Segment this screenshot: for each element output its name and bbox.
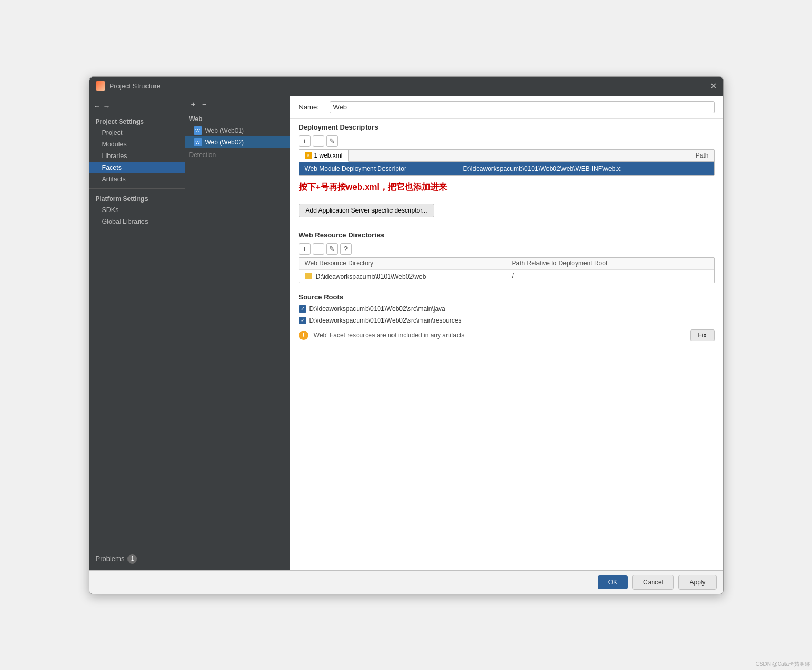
resource-dir-header: Web Resource Directory — [299, 258, 507, 269]
warning-text: 'Web' Facet resources are not included i… — [313, 332, 465, 339]
source-roots-header: Source Roots — [290, 289, 723, 303]
title-bar-left: Project Structure — [96, 81, 161, 91]
resource-data-row[interactable]: D:\ideaworkspacumb\0101\Web02\web / — [299, 270, 714, 283]
tree-label: Web — [185, 113, 290, 125]
main-content: Name: Deployment Descriptors + − ✎ X 1 w… — [290, 96, 723, 570]
sidebar: ← → Project Settings Project Modules Lib… — [89, 96, 185, 570]
forward-arrow-icon[interactable]: → — [103, 102, 111, 111]
problems-label: Problems — [96, 555, 125, 563]
name-label: Name: — [299, 103, 325, 111]
resource-path-value: / — [507, 270, 714, 282]
source-root-1-label: D:\ideaworkspacumb\0101\Web02\src\main\j… — [309, 305, 445, 313]
apply-button[interactable]: Apply — [678, 575, 716, 590]
sidebar-item-modules[interactable]: Modules — [89, 139, 185, 150]
web-facet-icon: W — [194, 126, 202, 135]
descriptor-tab-row: X 1 web.xml Path — [299, 150, 714, 162]
app-logo-icon — [96, 81, 105, 91]
fix-button[interactable]: Fix — [690, 329, 715, 341]
annotation-text: 按下+号再按web.xml，把它也添加进来 — [290, 176, 723, 199]
web-facet-icon-2: W — [194, 138, 202, 146]
problems-badge: 1 — [127, 554, 137, 564]
checkbox-1[interactable]: ✓ — [299, 305, 306, 313]
web-resource-section: Web Resource Directories + − ✎ ? Web Res… — [290, 227, 723, 283]
folder-icon — [305, 273, 312, 279]
name-input[interactable] — [330, 101, 715, 113]
remove-descriptor-button[interactable]: − — [313, 135, 324, 147]
selected-descriptor-row[interactable]: Web Module Deployment Descriptor D:\idea… — [299, 162, 714, 175]
back-arrow-icon[interactable]: ← — [94, 102, 101, 111]
resource-dir-value: D:\ideaworkspacumb\0101\Web02\web — [299, 270, 507, 283]
descriptor-tab-empty — [349, 150, 690, 162]
selected-descriptor-name: Web Module Deployment Descriptor — [299, 162, 458, 175]
edit-resource-button[interactable]: ✎ — [326, 243, 338, 255]
deployment-descriptors-toolbar: + − ✎ — [290, 133, 723, 149]
source-root-2-label: D:\ideaworkspacumb\0101\Web02\src\main\r… — [309, 317, 462, 324]
add-facet-button[interactable]: + — [189, 99, 198, 109]
edit-descriptor-button[interactable]: ✎ — [326, 135, 338, 147]
add-resource-button[interactable]: + — [299, 243, 311, 255]
dialog-title: Project Structure — [110, 82, 161, 90]
sidebar-item-project[interactable]: Project — [89, 127, 185, 139]
ok-button[interactable]: OK — [598, 575, 628, 589]
descriptor-tab-label: 1 web.xml — [314, 152, 343, 159]
bottom-bar: OK Cancel Apply — [89, 570, 723, 594]
middle-panel: + − Web W Web (Web01) W Web (Web02) Dete… — [185, 96, 290, 570]
platform-settings-label: Platform Settings — [89, 192, 185, 204]
source-root-row-2: ✓ D:\ideaworkspacumb\0101\Web02\src\main… — [290, 315, 723, 326]
path-column-header: Path — [690, 150, 714, 162]
problems-item[interactable]: Problems 1 — [89, 552, 185, 566]
source-roots-section: Source Roots ✓ D:\ideaworkspacumb\0101\W… — [290, 289, 723, 344]
project-settings-label: Project Settings — [89, 115, 185, 127]
title-bar: Project Structure ✕ — [89, 77, 723, 96]
sidebar-item-global-libraries[interactable]: Global Libraries — [89, 216, 185, 227]
selected-descriptor-path: D:\ideaworkspacumb\0101\Web02\web\WEB-IN… — [458, 162, 714, 175]
checkmark-icon: ✓ — [300, 306, 305, 311]
descriptor-table: X 1 web.xml Path Web Module Deployment D… — [299, 149, 715, 176]
sidebar-item-sdks[interactable]: SDKs — [89, 204, 185, 216]
help-resource-button[interactable]: ? — [340, 243, 352, 255]
sidebar-item-libraries[interactable]: Libraries — [89, 150, 185, 162]
tree-item-web01-label: Web (Web01) — [205, 127, 244, 134]
source-root-row-1: ✓ D:\ideaworkspacumb\0101\Web02\src\main… — [290, 303, 723, 315]
checkmark-icon-2: ✓ — [300, 317, 305, 323]
sidebar-item-artifacts[interactable]: Artifacts — [89, 173, 185, 185]
tree-item-web01[interactable]: W Web (Web01) — [185, 125, 290, 136]
content-area: ← → Project Settings Project Modules Lib… — [89, 96, 723, 570]
add-descriptor-button[interactable]: + — [299, 135, 311, 147]
watermark: CSDN @Cata卡茹朋娜 — [756, 660, 810, 668]
xml-icon: X — [305, 152, 312, 159]
detection-label: Detection — [185, 148, 290, 162]
tree-item-web02[interactable]: W Web (Web02) — [185, 136, 290, 148]
tree-item-web02-label: Web (Web02) — [205, 139, 244, 146]
resource-header-row: Web Resource Directory Path Relative to … — [299, 258, 714, 270]
descriptor-tab-web-xml[interactable]: X 1 web.xml — [299, 150, 349, 162]
web-resource-toolbar: + − ✎ ? — [290, 241, 723, 257]
warning-row: ! 'Web' Facet resources are not included… — [290, 326, 723, 344]
warning-icon: ! — [299, 331, 308, 340]
deployment-descriptors-section: Deployment Descriptors + − ✎ X 1 web.xml… — [290, 119, 723, 222]
close-button[interactable]: ✕ — [710, 82, 717, 90]
project-structure-dialog: Project Structure ✕ ← → Project Settings… — [89, 76, 724, 594]
sidebar-divider — [89, 188, 185, 189]
resource-path-header: Path Relative to Deployment Root — [507, 258, 714, 269]
sidebar-item-facets[interactable]: Facets — [89, 162, 185, 173]
resource-table: Web Resource Directory Path Relative to … — [299, 257, 715, 283]
name-row: Name: — [290, 96, 723, 119]
sidebar-nav: ← → — [89, 100, 185, 115]
cancel-button[interactable]: Cancel — [632, 575, 674, 590]
remove-facet-button[interactable]: − — [200, 99, 208, 109]
middle-toolbar: + − — [185, 96, 290, 113]
deployment-descriptors-header: Deployment Descriptors — [290, 119, 723, 133]
checkbox-2[interactable]: ✓ — [299, 317, 306, 324]
remove-resource-button[interactable]: − — [313, 243, 324, 255]
add-server-descriptor-button[interactable]: Add Application Server specific descript… — [299, 204, 434, 217]
web-resource-header: Web Resource Directories — [290, 227, 723, 241]
